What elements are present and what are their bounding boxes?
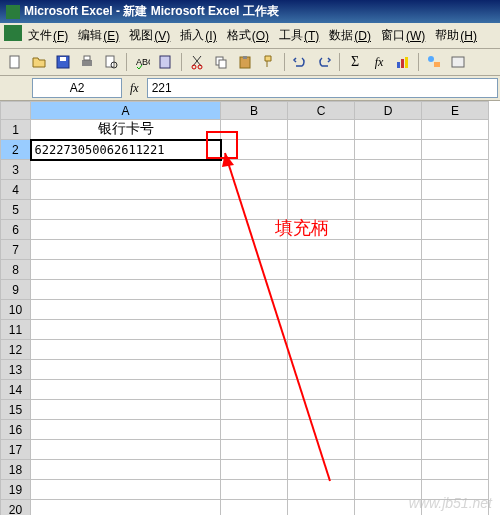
- row-header[interactable]: 2: [1, 140, 31, 160]
- cell-A5[interactable]: [31, 200, 221, 220]
- cell-E14[interactable]: [422, 380, 489, 400]
- cell-C10[interactable]: [288, 300, 355, 320]
- cell-C4[interactable]: [288, 180, 355, 200]
- research-button[interactable]: [155, 51, 177, 73]
- cell-C17[interactable]: [288, 440, 355, 460]
- print-button[interactable]: [76, 51, 98, 73]
- cell-A6[interactable]: [31, 220, 221, 240]
- cell-E9[interactable]: [422, 280, 489, 300]
- cell-D18[interactable]: [355, 460, 422, 480]
- cell-D5[interactable]: [355, 200, 422, 220]
- cell-D13[interactable]: [355, 360, 422, 380]
- fx-icon[interactable]: fx: [124, 81, 145, 96]
- print-preview-button[interactable]: [100, 51, 122, 73]
- format-painter-button[interactable]: [258, 51, 280, 73]
- column-header-C[interactable]: C: [288, 102, 355, 120]
- cell-A10[interactable]: [31, 300, 221, 320]
- cell-D9[interactable]: [355, 280, 422, 300]
- cell-A7[interactable]: [31, 240, 221, 260]
- row-header[interactable]: 16: [1, 420, 31, 440]
- cell-B14[interactable]: [221, 380, 288, 400]
- row-header[interactable]: 17: [1, 440, 31, 460]
- cell-C18[interactable]: [288, 460, 355, 480]
- cell-D7[interactable]: [355, 240, 422, 260]
- cell-C8[interactable]: [288, 260, 355, 280]
- cell-C15[interactable]: [288, 400, 355, 420]
- copy-button[interactable]: [210, 51, 232, 73]
- menu-file[interactable]: 文件(F): [24, 25, 72, 46]
- name-box[interactable]: A2: [32, 78, 122, 98]
- cell-C2[interactable]: [288, 140, 355, 160]
- cell-B19[interactable]: [221, 480, 288, 500]
- row-header[interactable]: 7: [1, 240, 31, 260]
- row-header[interactable]: 4: [1, 180, 31, 200]
- cell-B20[interactable]: [221, 500, 288, 516]
- new-button[interactable]: [4, 51, 26, 73]
- cell-E16[interactable]: [422, 420, 489, 440]
- cell-D4[interactable]: [355, 180, 422, 200]
- open-button[interactable]: [28, 51, 50, 73]
- menu-insert[interactable]: 插入(I): [176, 25, 220, 46]
- cell-A3[interactable]: [31, 160, 221, 180]
- column-header-E[interactable]: E: [422, 102, 489, 120]
- paste-button[interactable]: [234, 51, 256, 73]
- menu-data[interactable]: 数据(D): [325, 25, 375, 46]
- cell-E5[interactable]: [422, 200, 489, 220]
- cell-A14[interactable]: [31, 380, 221, 400]
- row-header[interactable]: 19: [1, 480, 31, 500]
- redo-button[interactable]: [313, 51, 335, 73]
- cell-D6[interactable]: [355, 220, 422, 240]
- row-header[interactable]: 6: [1, 220, 31, 240]
- chart-button[interactable]: [392, 51, 414, 73]
- cell-E7[interactable]: [422, 240, 489, 260]
- cell-A2[interactable]: 622273050062611221: [31, 140, 221, 160]
- row-header[interactable]: 8: [1, 260, 31, 280]
- cell-B1[interactable]: [221, 120, 288, 140]
- cell-B8[interactable]: [221, 260, 288, 280]
- cell-C16[interactable]: [288, 420, 355, 440]
- cell-D12[interactable]: [355, 340, 422, 360]
- row-header[interactable]: 3: [1, 160, 31, 180]
- menu-help[interactable]: 帮助(H): [431, 25, 481, 46]
- cell-D2[interactable]: [355, 140, 422, 160]
- cell-C1[interactable]: [288, 120, 355, 140]
- row-header[interactable]: 12: [1, 340, 31, 360]
- cell-D8[interactable]: [355, 260, 422, 280]
- cell-E10[interactable]: [422, 300, 489, 320]
- cell-D15[interactable]: [355, 400, 422, 420]
- cell-C7[interactable]: [288, 240, 355, 260]
- cell-B16[interactable]: [221, 420, 288, 440]
- cell-E11[interactable]: [422, 320, 489, 340]
- save-button[interactable]: [52, 51, 74, 73]
- cell-E15[interactable]: [422, 400, 489, 420]
- cell-C3[interactable]: [288, 160, 355, 180]
- cut-button[interactable]: [186, 51, 208, 73]
- row-header[interactable]: 13: [1, 360, 31, 380]
- menu-edit[interactable]: 编辑(E): [74, 25, 123, 46]
- cell-D14[interactable]: [355, 380, 422, 400]
- cell-A18[interactable]: [31, 460, 221, 480]
- cell-B17[interactable]: [221, 440, 288, 460]
- zoom-button[interactable]: [447, 51, 469, 73]
- cell-E18[interactable]: [422, 460, 489, 480]
- cell-D17[interactable]: [355, 440, 422, 460]
- cell-B10[interactable]: [221, 300, 288, 320]
- row-header[interactable]: 1: [1, 120, 31, 140]
- row-header[interactable]: 14: [1, 380, 31, 400]
- cell-B11[interactable]: [221, 320, 288, 340]
- cell-B15[interactable]: [221, 400, 288, 420]
- row-header[interactable]: 20: [1, 500, 31, 516]
- cell-E1[interactable]: [422, 120, 489, 140]
- column-header-D[interactable]: D: [355, 102, 422, 120]
- row-header[interactable]: 10: [1, 300, 31, 320]
- undo-button[interactable]: [289, 51, 311, 73]
- cell-D1[interactable]: [355, 120, 422, 140]
- row-header[interactable]: 18: [1, 460, 31, 480]
- cell-A15[interactable]: [31, 400, 221, 420]
- spelling-button[interactable]: ABC: [131, 51, 153, 73]
- spreadsheet-grid[interactable]: ABCDE1银行卡号262227305006261122134567891011…: [0, 101, 489, 515]
- cell-A20[interactable]: [31, 500, 221, 516]
- menu-tools[interactable]: 工具(T): [275, 25, 323, 46]
- cell-A17[interactable]: [31, 440, 221, 460]
- cell-A9[interactable]: [31, 280, 221, 300]
